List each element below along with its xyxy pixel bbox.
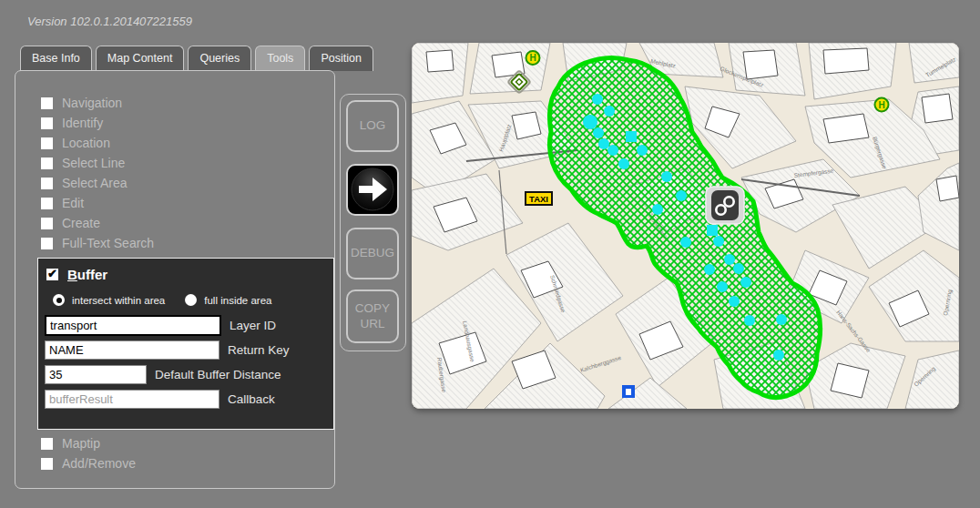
log-button[interactable]: LOG [346, 100, 399, 152]
checkbox-label: Full-Text Search [62, 236, 154, 250]
tab-queries[interactable]: Queries [188, 46, 251, 71]
edit-checkbox[interactable] [41, 198, 53, 209]
transport-stop-marker[interactable] [661, 171, 672, 182]
identify-checkbox[interactable] [41, 117, 53, 129]
transport-stop-marker[interactable] [598, 138, 609, 149]
full-inside-area-radio[interactable] [185, 294, 197, 306]
map-canvas[interactable]: HauptplatzHerrengasseStempfergasseGlocke… [412, 43, 959, 409]
layer-id-input[interactable] [45, 315, 221, 336]
checkbox-row-fulltext-search[interactable]: Full-Text Search [41, 233, 154, 253]
transport-stop-marker[interactable] [593, 127, 604, 138]
add-remove-checkbox[interactable] [41, 458, 53, 470]
transport-stop-marker[interactable] [729, 296, 740, 307]
fulltext-search-checkbox[interactable] [41, 238, 53, 249]
buffer-mode-radios: intersect within area full inside area [53, 294, 333, 306]
run-arrow-button[interactable] [346, 164, 399, 216]
transport-stop-marker[interactable] [724, 254, 735, 265]
navigation-checkbox[interactable] [41, 97, 53, 109]
transport-stop-marker[interactable] [717, 281, 728, 292]
callback-label: Callback [228, 392, 275, 406]
checkbox-row-add-remove[interactable]: Add/Remove [41, 453, 136, 473]
checkbox-label: Identify [62, 116, 103, 130]
transport-stop-marker[interactable] [583, 115, 597, 129]
transport-stop-marker[interactable] [704, 264, 715, 275]
transport-stop-marker[interactable] [776, 314, 787, 325]
transport-stop-marker[interactable] [652, 204, 663, 215]
tab-tools[interactable]: Tools [255, 46, 305, 71]
return-key-input[interactable] [45, 340, 219, 360]
checkbox-row-select-area[interactable]: Select Area [41, 173, 154, 193]
debug-button[interactable]: DEBUG [346, 228, 399, 279]
layer-id-label: Layer ID [230, 319, 276, 332]
checkbox-row-maptip[interactable]: Maptip [41, 433, 136, 453]
transport-stop-marker[interactable] [592, 94, 603, 105]
transport-stop-marker[interactable] [707, 225, 718, 236]
map-viewport[interactable]: HauptplatzHerrengasseStempfergasseGlocke… [412, 43, 959, 409]
checkbox-label: Create [62, 216, 100, 230]
tab-map-content[interactable]: Map Content [96, 46, 185, 71]
radio-label: full inside area [204, 295, 271, 306]
buffer-fields: Layer ID Return Key Default Buffer Dista… [45, 313, 329, 411]
transport-stop-marker[interactable] [773, 350, 784, 361]
action-button-strip: LOG DEBUG COPY URL [340, 94, 406, 351]
svg-text:H: H [529, 53, 536, 63]
right-arrow-icon [348, 166, 397, 214]
create-checkbox[interactable] [41, 218, 53, 229]
buffer-label: Buffer [67, 267, 107, 282]
transport-stop-marker[interactable] [604, 106, 615, 117]
select-area-checkbox[interactable] [41, 178, 53, 189]
transport-stop-marker[interactable] [680, 237, 691, 248]
maptip-checkbox[interactable] [41, 438, 53, 450]
svg-text:H: H [878, 100, 884, 110]
version-label: Version 102.0.1.201407221559 [27, 15, 192, 28]
checkbox-row-navigation[interactable]: Navigation [41, 93, 154, 113]
selection-square-marker[interactable] [622, 385, 635, 398]
radio-label: intersect within area [72, 295, 165, 306]
default-buffer-distance-input[interactable] [45, 365, 147, 384]
buffer-checkbox[interactable] [46, 269, 58, 280]
transit-stop-icon: H [526, 51, 540, 65]
transit-stop-icon: H [875, 98, 889, 112]
checkbox-row-edit[interactable]: Edit [41, 193, 154, 213]
buffer-header-row[interactable]: Buffer [46, 267, 333, 282]
taxi-sign: TAXI [526, 192, 552, 205]
tools-panel: Navigation Identify Location Select Line… [15, 70, 335, 489]
checkbox-label: Navigation [62, 96, 122, 110]
transport-stop-marker[interactable] [740, 277, 751, 288]
transport-stop-marker[interactable] [626, 131, 637, 142]
location-checkbox[interactable] [41, 137, 53, 149]
tab-position[interactable]: Position [309, 46, 373, 71]
select-line-checkbox[interactable] [41, 157, 53, 169]
checkbox-label: Maptip [62, 436, 100, 451]
checkbox-label: Select Area [62, 176, 128, 190]
checkbox-label: Select Line [62, 156, 125, 170]
copy-url-button[interactable]: COPY URL [346, 290, 399, 343]
transport-stop-marker[interactable] [744, 315, 755, 326]
checkbox-label: Location [62, 136, 110, 150]
transport-stop-marker[interactable] [733, 263, 744, 274]
map-link-button[interactable] [706, 187, 744, 224]
default-buffer-distance-label: Default Buffer Distance [155, 368, 281, 381]
tab-base-info[interactable]: Base Info [20, 46, 92, 71]
checkbox-label: Edit [62, 196, 84, 210]
callback-input[interactable] [45, 390, 219, 409]
intersect-within-area-radio[interactable] [53, 294, 65, 306]
transport-stop-marker[interactable] [618, 158, 629, 169]
svg-text:TAXI: TAXI [529, 194, 548, 204]
checkbox-row-identify[interactable]: Identify [41, 113, 154, 133]
checkbox-label: Add/Remove [62, 456, 136, 471]
tab-bar: Base Info Map Content Queries Tools Posi… [20, 46, 373, 71]
tool-checkbox-list: Navigation Identify Location Select Line… [41, 93, 154, 253]
checkbox-row-select-line[interactable]: Select Line [41, 153, 154, 173]
checkbox-row-location[interactable]: Location [41, 133, 154, 153]
tool-checkbox-list-bottom: Maptip Add/Remove [41, 433, 136, 473]
transport-stop-marker[interactable] [676, 190, 687, 201]
transport-stop-marker[interactable] [637, 145, 648, 156]
buffer-section: Buffer intersect within area full inside… [37, 258, 334, 430]
transport-stop-marker[interactable] [607, 145, 618, 156]
transport-stop-marker[interactable] [713, 236, 724, 247]
return-key-label: Return Key [228, 343, 290, 357]
checkbox-row-create[interactable]: Create [41, 213, 154, 233]
